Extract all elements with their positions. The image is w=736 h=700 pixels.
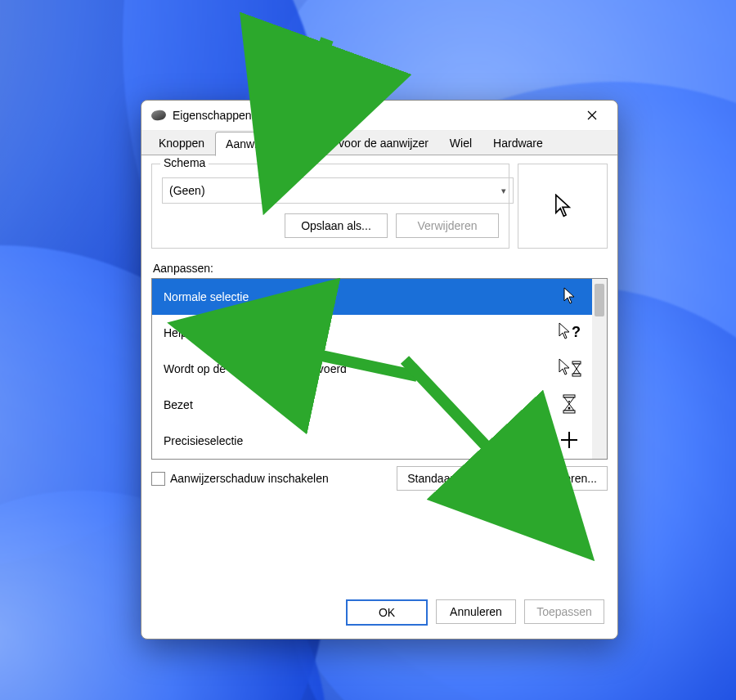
svg-text:?: ?	[572, 324, 581, 340]
apply-button: Toepassen	[524, 599, 604, 624]
svg-point-7	[568, 401, 570, 402]
scheme-selected: (Geen)	[169, 184, 205, 197]
customize-label: Aanpassen:	[153, 262, 608, 275]
scheme-dropdown[interactable]: (Geen) ▾	[162, 177, 514, 204]
checkbox-label: Aanwijzerschaduw inschakelen	[170, 472, 329, 485]
mouse-icon	[150, 110, 166, 121]
list-scrollbar[interactable]	[592, 279, 607, 459]
cursor-arrow-white-icon	[558, 287, 581, 307]
tab-strip: Knoppen Aanwijzers Opties voor de aanwij…	[141, 130, 617, 155]
tab-hardware[interactable]: Hardware	[482, 131, 554, 155]
dialog-button-row: OK Annuleren Toepassen	[141, 590, 617, 639]
svg-line-16	[405, 360, 540, 503]
scheme-group: Schema (Geen) ▾ Opslaan als... Verwijder…	[151, 164, 509, 249]
ok-button[interactable]: OK	[346, 599, 428, 626]
close-icon	[587, 110, 597, 120]
tab-knoppen[interactable]: Knoppen	[148, 131, 215, 155]
tab-wiel[interactable]: Wiel	[439, 131, 482, 155]
cursor-preview	[518, 164, 608, 249]
list-item-label: Bezet	[164, 398, 193, 411]
close-button[interactable]	[573, 103, 611, 128]
list-item-label: Normale selectie	[164, 290, 249, 303]
chevron-down-icon: ▾	[501, 186, 506, 196]
svg-rect-4	[572, 374, 581, 376]
save-as-button[interactable]: Opslaan als...	[285, 213, 388, 238]
cursor-arrow-icon	[554, 194, 572, 218]
list-item-normale-selectie[interactable]: Normale selectie	[152, 279, 592, 315]
svg-line-12	[294, 39, 327, 129]
cursor-help-icon: ?	[558, 322, 581, 344]
pointer-shadow-checkbox[interactable]: Aanwijzerschaduw inschakelen	[151, 472, 390, 486]
checkbox-icon	[151, 472, 165, 486]
list-item-label: Precisieselectie	[164, 434, 243, 447]
scrollbar-thumb[interactable]	[595, 284, 604, 316]
titlebar[interactable]: Eigenschappen van Muis	[141, 101, 617, 130]
scheme-label: Schema	[160, 156, 209, 169]
cancel-button[interactable]: Annuleren	[436, 599, 516, 624]
list-item-label: Help-selectie	[164, 326, 230, 339]
delete-button: Verwijderen	[396, 213, 499, 238]
